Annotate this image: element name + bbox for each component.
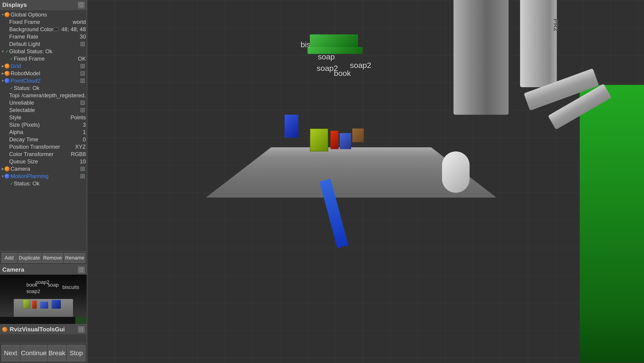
frame-rate-value: 30 [78,34,86,40]
tree-row-pc2-size[interactable]: Size (Pixels) 3 [0,121,87,128]
pc2-decay-label: Decay Time [9,136,81,143]
camera-checkbox[interactable] [80,166,86,171]
ff-status-icon: ✓ [9,56,14,61]
motion-planning-checkbox[interactable] [80,174,86,178]
tree-row-fixed-frame[interactable]: Fixed Frame world [0,18,87,26]
pc2-status-label: Status: Ok [14,85,86,91]
tree-content: Global Options Fixed Frame world Backgro… [0,10,87,188]
tree-row-pc2-status[interactable]: ✓ Status: Ok [0,84,87,92]
motion-planning-label: MotionPlanning [10,173,80,180]
cam-obj-blue2 [52,300,61,308]
scene-obj-blue-box [340,133,351,149]
tree-row-pc2-selectable[interactable]: Selectable [0,106,87,114]
pc2-color-value: RGB8 [69,151,86,158]
camera-scene: book soap2 soap biscuits soap2 [0,275,87,324]
pc2-selectable-checkbox[interactable] [80,108,86,112]
tree-row-fixed-frame-status[interactable]: ✓ Fixed Frame OK [0,55,87,62]
tree-row-robot-model[interactable]: RobotModel [0,70,87,77]
displays-buttons: Add Duplicate Remove Rename [0,252,87,265]
fixed-frame-label: Fixed Frame [9,19,71,25]
continue-button[interactable]: Continue [21,345,47,362]
bg-color-label: Background Color [9,26,54,32]
tree-row-pc2-style[interactable]: Style Points [0,114,87,121]
camera-panel-title: Camera [2,266,24,273]
tree-row-pc2-pos[interactable]: Position Transformer XYZ [0,143,87,150]
scene-obj-book-green [310,128,328,152]
expand-robot-model[interactable] [1,72,4,75]
pc2-status-icon: ✓ [9,86,14,90]
tree-row-pointcloud2[interactable]: PointCloud2 [0,77,87,84]
remove-button[interactable]: Remove [42,253,63,263]
robot-cylinder-pr2: PR2 [520,0,557,87]
expand-global-status[interactable] [1,50,4,53]
scene-label-soap2-right: soap2 [350,61,371,70]
default-light-checkbox[interactable] [80,42,86,46]
tree-row-pc2-unreliable[interactable]: Unreliable [0,99,87,106]
expand-motion-planning[interactable] [1,174,4,178]
pc2-size-value: 3 [81,122,86,128]
expand-pointcloud2[interactable] [1,79,4,82]
next-button[interactable]: Next [2,345,20,362]
displays-close-btn[interactable]: ☐ [78,2,84,8]
left-panel: Displays ☐ Global Options Fixed Frame wo… [0,0,87,363]
tree-row-pc2-topic[interactable]: Topic /camera/depth_registered. [0,92,87,99]
tree-row-frame-rate[interactable]: Frame Rate 30 [0,33,87,40]
camera-label: Camera [10,166,80,172]
tree-row-global-options[interactable]: Global Options [0,11,87,18]
bg-color-swatch [54,28,58,31]
mp-status-label: Status: Ok [14,180,86,187]
global-options-label: Global Options [10,12,86,18]
break-button[interactable]: Break [48,345,66,362]
expand-global-options[interactable] [1,13,4,16]
camera-header: Camera ☐ [0,265,87,275]
view-3d[interactable]: biscuits soap soap2 soap2 book PR2 [87,0,644,363]
cam-green-strip [75,317,87,324]
tree-row-global-status[interactable]: ✓ Global Status: Ok [0,48,87,55]
camera-close-btn[interactable]: ☐ [78,267,84,273]
add-button[interactable]: Add [2,253,17,263]
global-status-label: Global Status: Ok [9,48,86,54]
tree-row-grid[interactable]: Grid [0,62,87,70]
pc2-unreliable-label: Unreliable [9,100,80,106]
grid-checkbox[interactable] [80,64,86,68]
bottom-bar: Next Continue Break Stop [0,343,87,363]
rviz-tools-title: RvizVisualToolsGui [10,326,65,333]
rviz-tools-close-btn[interactable]: ☐ [78,326,84,333]
robot-model-icon [4,71,10,76]
rviz-tools-section: RvizVisualToolsGui ☐ [0,324,87,343]
pc2-selectable-check-vis [80,108,85,112]
tree-row-pc2-decay[interactable]: Decay Time 0 [0,136,87,143]
ff-status-label: Fixed Frame [14,56,76,62]
ff-status-value: OK [76,56,86,62]
grid-label: Grid [10,63,80,69]
pc2-decay-value: 0 [81,136,86,143]
global-options-icon [4,12,10,17]
tree-row-mp-status[interactable]: ✓ Status: Ok [0,180,87,187]
tree-row-pc2-alpha[interactable]: Alpha 1 [0,128,87,136]
tree-row-camera[interactable]: Camera [0,165,87,172]
pc2-unreliable-checkbox[interactable] [80,100,86,105]
green-block-right [580,85,644,362]
rename-button[interactable]: Rename [64,253,86,263]
pc2-pos-value: XYZ [73,144,86,150]
pc2-pos-label: Position Transformer [9,144,73,150]
camera-icon [4,166,10,172]
tree-row-default-light[interactable]: Default Light [0,40,87,48]
tree-row-pc2-color[interactable]: Color Transformer RGB8 [0,150,87,158]
displays-section[interactable]: Displays ☐ Global Options Fixed Frame wo… [0,0,87,252]
expand-camera[interactable] [1,167,4,171]
pc2-queue-label: Queue Size [9,158,78,165]
tree-row-bg-color[interactable]: Background Color 48; 48; 48 [0,26,87,33]
pointcloud2-checkbox[interactable] [80,78,86,83]
stop-button[interactable]: Stop [67,345,86,362]
tree-row-motion-planning[interactable]: MotionPlanning [0,172,87,180]
expand-grid[interactable] [1,64,4,68]
duplicate-button[interactable]: Duplicate [18,253,41,263]
frame-rate-label: Frame Rate [9,34,78,40]
pointcloud2-check-vis [80,79,85,83]
camera-check-vis [80,167,85,171]
cam-dark-bottom [0,317,87,324]
tree-row-pc2-queue[interactable]: Queue Size 10 [0,158,87,165]
robot-model-checkbox[interactable] [80,71,86,76]
pc2-color-label: Color Transformer [9,151,69,158]
